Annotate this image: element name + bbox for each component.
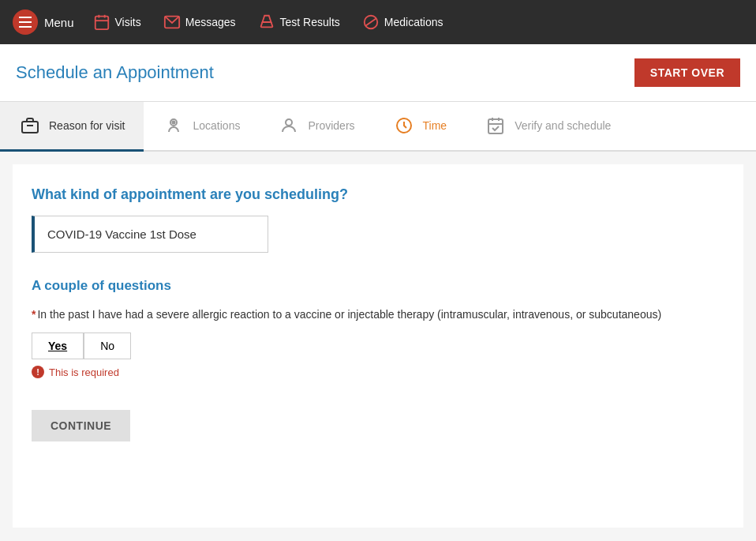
visits-label: Visits: [115, 16, 141, 28]
clock-icon: [393, 115, 415, 137]
step-reason-label: Reason for visit: [49, 119, 125, 132]
svg-rect-0: [95, 17, 108, 29]
step-time-label: Time: [423, 119, 447, 132]
test-results-label: Test Results: [280, 16, 340, 28]
error-text: This is required: [49, 366, 119, 378]
person-icon: [278, 115, 300, 137]
svg-rect-14: [488, 119, 503, 133]
medications-label: Medications: [384, 16, 443, 28]
questions-section-title: A couple of questions: [32, 278, 724, 294]
mail-icon: [163, 13, 181, 31]
steps-navigation: Reason for visit Locations Providers: [0, 102, 756, 152]
answer-buttons: Yes No: [32, 332, 724, 359]
error-row: ! This is required: [32, 366, 724, 378]
step-providers-label: Providers: [308, 119, 354, 132]
appointment-value: COVID-19 Vaccine 1st Dose: [47, 227, 196, 241]
pill-icon: [362, 13, 380, 31]
continue-button[interactable]: CONTINUE: [32, 410, 130, 441]
nav-item-test-results[interactable]: Test Results: [258, 13, 340, 31]
page-header: Schedule an Appointment START OVER: [0, 44, 756, 102]
calendar-check-icon: [485, 115, 507, 137]
svg-line-6: [365, 18, 376, 25]
question-1-text: *In the past I have had a severe allergi…: [32, 306, 724, 323]
page-title: Schedule an Appointment: [16, 62, 214, 83]
svg-rect-7: [22, 122, 38, 133]
start-over-button[interactable]: START OVER: [634, 58, 740, 87]
step-verify[interactable]: Verify and schedule: [466, 102, 630, 152]
no-button[interactable]: No: [84, 332, 131, 359]
step-reason-for-visit[interactable]: Reason for visit: [0, 102, 144, 152]
required-star: *: [32, 308, 36, 321]
person-pin-icon: [163, 115, 185, 137]
top-navigation: Menu Visits Messages: [0, 0, 756, 44]
appointment-type-display[interactable]: COVID-19 Vaccine 1st Dose: [32, 216, 268, 253]
calendar-icon: [93, 13, 110, 31]
step-time[interactable]: Time: [374, 102, 466, 152]
menu-button[interactable]: Menu: [13, 9, 74, 35]
svg-point-11: [173, 122, 175, 124]
step-locations-label: Locations: [193, 119, 240, 132]
menu-label: Menu: [44, 16, 74, 29]
yes-button[interactable]: Yes: [32, 332, 84, 359]
main-content: What kind of appointment are you schedul…: [13, 164, 743, 528]
nav-item-visits[interactable]: Visits: [93, 13, 141, 31]
nav-item-messages[interactable]: Messages: [163, 13, 236, 31]
appointment-question-title: What kind of appointment are you schedul…: [32, 186, 724, 203]
briefcase-icon: [19, 115, 41, 137]
flask-icon: [258, 13, 275, 31]
messages-label: Messages: [185, 16, 236, 28]
step-locations[interactable]: Locations: [144, 102, 259, 152]
svg-point-12: [286, 119, 292, 126]
step-providers[interactable]: Providers: [259, 102, 373, 152]
hamburger-icon: [13, 9, 38, 35]
nav-items: Visits Messages Test Results: [93, 13, 443, 31]
question-1-row: *In the past I have had a severe allergi…: [32, 306, 724, 378]
error-icon: !: [32, 366, 44, 378]
step-verify-label: Verify and schedule: [515, 119, 611, 132]
nav-item-medications[interactable]: Medications: [362, 13, 443, 31]
